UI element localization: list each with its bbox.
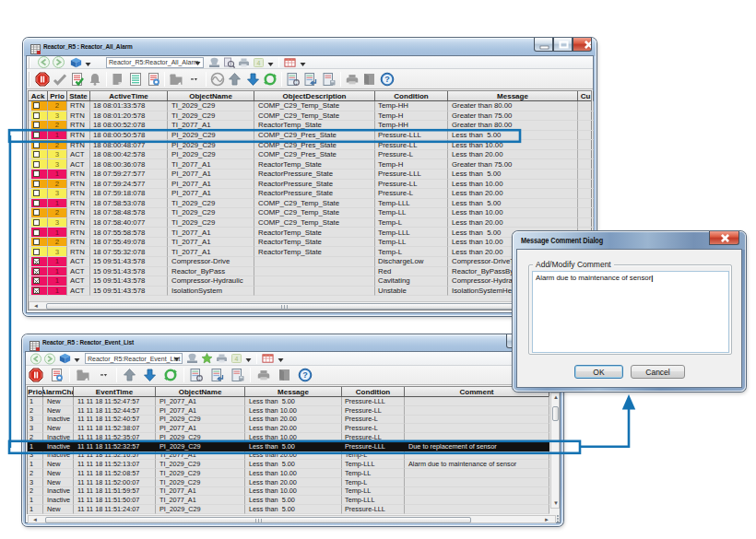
svg-text:4: 4 [234,356,238,362]
svg-text:?: ? [302,370,308,380]
svg-text:?: ? [384,75,390,84]
svg-text:4: 4 [256,59,260,65]
